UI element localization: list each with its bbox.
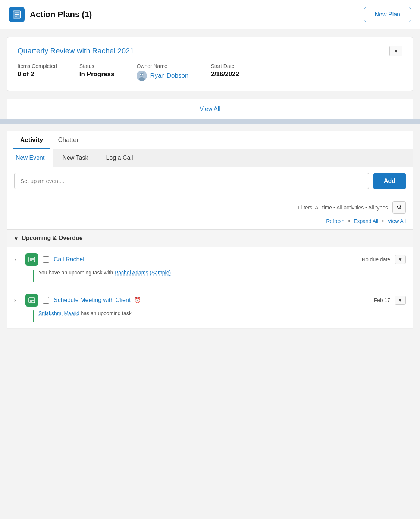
expand-all-link[interactable]: Expand All [354,218,378,224]
activity-content: New Event New Task Log a Call Add Filter… [7,149,413,329]
event-input-row: Add [7,167,413,196]
inner-tab-log-call[interactable]: Log a Call [97,149,142,167]
task-2-desc-link[interactable]: Srilakshmi Maajid [38,310,79,316]
chevron-icon: ∨ [14,235,18,241]
task-icon [25,253,38,266]
new-plan-button[interactable]: New Plan [364,7,411,22]
upcoming-overdue-label: Upcoming & Overdue [22,235,83,242]
refresh-link[interactable]: Refresh [326,218,344,224]
plan-dropdown-button[interactable]: ▼ [389,46,402,56]
page-title: Action Plans (1) [30,10,92,19]
main-wrapper: Action Plans (1) New Plan Quarterly Revi… [0,0,420,519]
task-2-dropdown[interactable]: ▼ [395,296,406,305]
task-1-line [33,270,34,282]
expand-arrow-icon-2[interactable]: › [14,297,21,303]
filters-text: Filters: All time • All activities • All… [298,205,388,211]
task-1-desc: You have an upcoming task with Rachel Ad… [38,269,171,277]
section-divider [0,119,420,124]
task-2-desc: Srilakshmi Maajid has an upcoming task [38,310,132,317]
upcoming-overdue-header: ∨ Upcoming & Overdue [7,229,413,247]
inner-tab-new-event[interactable]: New Event [7,149,53,167]
task-1-desc-link[interactable]: Rachel Adams (Sample) [115,270,171,276]
svg-point-9 [142,74,144,75]
items-completed-label: Items Completed [18,63,57,69]
chevron-down-icon: ▼ [394,48,398,54]
task-item-desc-area-2: Srilakshmi Maajid has an upcoming task [7,307,413,328]
task-1-title[interactable]: Call Rachel [54,256,357,263]
app-icon [9,7,25,22]
task-row-top: › Call Rachel No due date ▼ [14,253,406,266]
task-item: › Call Rachel No due date ▼ [7,247,413,288]
task-item-inner: › Call Rachel No due date ▼ [7,247,413,266]
items-completed-meta: Items Completed 0 of 2 [18,63,57,78]
action-plans-section: Quarterly Review with Rachel 2021 ▼ Item… [7,37,413,91]
activity-inner-tabs: New Event New Task Log a Call [7,149,413,167]
status-value: In Progress [79,71,115,78]
plan-title-row: Quarterly Review with Rachel 2021 ▼ [18,46,402,56]
status-label: Status [79,63,115,69]
task-1-dropdown[interactable]: ▼ [395,255,406,264]
task-row-top-2: › Schedule Meeting with Client [14,294,406,307]
start-date-value: 2/16/2022 [211,71,239,78]
owner-name-link[interactable]: Ryan Dobson [150,72,188,80]
task-2-checkbox[interactable] [43,297,49,304]
task-item: › Schedule Meeting with Client [7,288,413,329]
start-date-meta: Start Date 2/16/2022 [211,63,239,78]
task-item-desc-area: You have an upcoming task with Rachel Ad… [7,266,413,288]
inner-tab-new-task[interactable]: New Task [53,149,97,167]
tabs-nav: Activity Chatter [7,131,413,149]
task-2-title[interactable]: Schedule Meeting with Client ⏰ [54,297,370,304]
plan-meta: Items Completed 0 of 2 Status In Progres… [18,63,402,81]
header-left: Action Plans (1) [9,7,92,22]
task-checkbox[interactable] [43,256,49,263]
start-date-label: Start Date [211,63,239,69]
owner-label: Owner Name [137,63,188,69]
owner-row: Ryan Dobson [137,71,188,81]
owner-meta: Owner Name [137,63,188,81]
plan-card: Quarterly Review with Rachel 2021 ▼ Item… [7,37,413,91]
tab-chatter[interactable]: Chatter [50,131,86,149]
task-2-due: Feb 17 [374,297,391,303]
gear-button[interactable]: ⚙ [392,201,406,214]
view-all-activities-link[interactable]: View All [388,218,406,224]
task-1-due: No due date [362,257,390,262]
expand-arrow-icon[interactable]: › [14,257,21,262]
status-meta: Status In Progress [79,63,115,78]
page-header: Action Plans (1) New Plan [0,0,420,29]
svg-point-8 [140,74,141,75]
task-2-line [33,310,34,322]
items-completed-value: 0 of 2 [18,71,57,78]
view-all-link[interactable]: View All [200,106,220,112]
gear-icon: ⚙ [397,204,402,211]
add-button[interactable]: Add [373,173,406,189]
plan-title-link[interactable]: Quarterly Review with Rachel 2021 [18,47,134,55]
content-area: Quarterly Review with Rachel 2021 ▼ Item… [0,37,420,329]
filters-row: Filters: All time • All activities • All… [7,196,413,217]
view-all-row: View All [7,99,413,119]
avatar [137,71,147,81]
event-input[interactable] [14,173,369,189]
tabs-area: Activity Chatter [7,131,413,149]
task-icon-2 [25,294,38,307]
tab-activity[interactable]: Activity [13,131,50,149]
task-item-inner-2: › Schedule Meeting with Client [7,288,413,307]
clock-icon: ⏰ [134,297,141,303]
action-links-row: Refresh • Expand All • View All [7,217,413,229]
